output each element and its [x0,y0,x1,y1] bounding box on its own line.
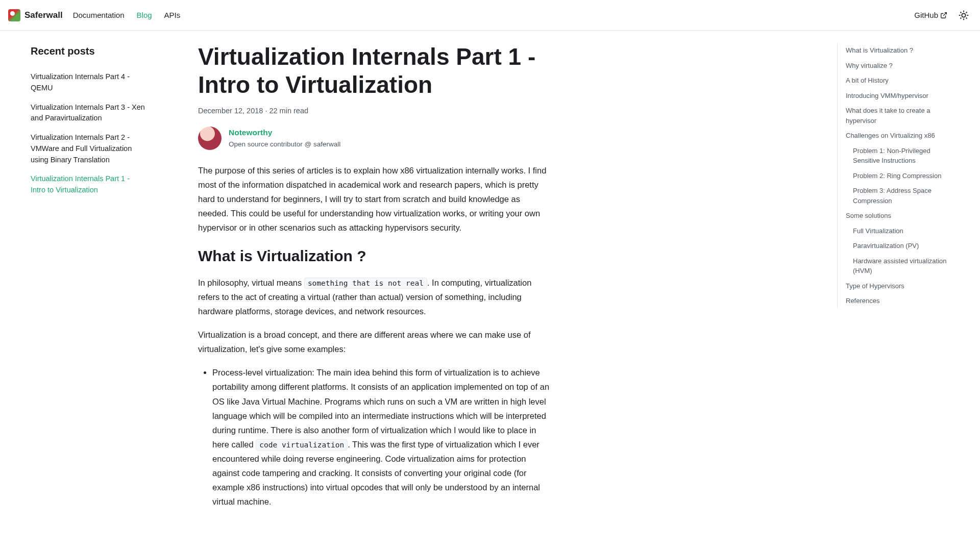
recent-posts-heading: Recent posts [31,43,145,59]
svg-line-9 [966,12,967,13]
svg-line-8 [960,17,961,18]
sun-icon [958,10,969,21]
sidebar-toc: What is Virtualization ? Why virtualize … [837,31,980,534]
nav-link-apis[interactable]: APIs [164,9,181,21]
article-main: Virtualization Internals Part 1 - Intro … [169,31,568,534]
toc-item[interactable]: What is Virtualization ? [846,43,949,58]
toc-item[interactable]: References [846,293,949,309]
toc-item[interactable]: Problem 1: Non-Privileged Sensitive Inst… [846,143,949,168]
paragraph: Virtualization is a broad concept, and t… [198,328,551,356]
recent-post-item[interactable]: Virtualization Internals Part 4 - QEMU [31,67,145,98]
author-block: Noteworthy Open source contributor @ saf… [198,127,551,150]
toc-item[interactable]: Hardware assisted virtualization (HVM) [846,254,949,279]
toc-item[interactable]: A bit of History [846,73,949,88]
svg-line-0 [943,12,946,15]
recent-post-item[interactable]: Virtualization Internals Part 2 - VMWare… [31,128,145,169]
theme-toggle-button[interactable] [955,7,972,23]
intro-paragraph: The purpose of this series of articles i… [198,163,551,235]
nav-link-blog[interactable]: Blog [137,9,152,21]
brand-name: Saferwall [24,8,63,22]
recent-post-item[interactable]: Virtualization Internals Part 3 - Xen an… [31,98,145,129]
toc-item[interactable]: Why virtualize ? [846,58,949,73]
brand[interactable]: Saferwall [8,8,63,22]
toc-item[interactable]: Problem 3: Address Space Compression [846,183,949,208]
navbar-left: Saferwall Documentation Blog APIs [8,8,180,22]
toc-item[interactable]: Challenges on Virtualizing x86 [846,128,949,143]
toc-item[interactable]: Some solutions [846,208,949,223]
github-label: GitHub [914,9,938,21]
inline-code: code virtualization [256,439,348,450]
list-item: Process-level virtualization: The main i… [212,365,551,508]
nav-link-documentation[interactable]: Documentation [73,9,125,21]
author-role: Open source contributor @ saferwall [229,139,340,150]
sidebar-recent-posts: Recent posts Virtualization Internals Pa… [0,31,153,534]
brand-logo-icon [8,9,20,21]
nav-links: Documentation Blog APIs [73,9,181,21]
recent-post-item[interactable]: Virtualization Internals Part 1 - Intro … [31,169,145,200]
toc-item[interactable]: Type of Hypervisors [846,279,949,294]
navbar-right: GitHub [914,7,972,23]
bullet-list: Process-level virtualization: The main i… [198,365,551,508]
toc-item[interactable]: Problem 2: Ring Compression [846,168,949,184]
external-link-icon [940,12,947,19]
toc-item[interactable]: Introducing VMM/hypervisor [846,88,949,104]
page-grid: Recent posts Virtualization Internals Pa… [0,31,980,534]
section-heading-what-is-virtualization: What is Virtualization ? [198,244,551,268]
svg-line-6 [960,12,961,13]
text: In philosophy, virtual means [198,278,304,287]
author-info: Noteworthy Open source contributor @ saf… [229,127,340,150]
navbar: Saferwall Documentation Blog APIs GitHub [0,0,980,31]
github-link[interactable]: GitHub [914,9,947,21]
toc-item[interactable]: Full Virtualization [846,223,949,239]
toc-item[interactable]: Paravirtualization (PV) [846,238,949,254]
recent-posts-list: Virtualization Internals Part 4 - QEMU V… [31,67,145,200]
author-avatar [198,127,222,150]
toc-item[interactable]: What does it take to create a hypervisor [846,103,949,128]
inline-code: something that is not real [304,278,427,289]
text: Process-level virtualization: The main i… [212,368,549,448]
author-name-link[interactable]: Noteworthy [229,127,340,139]
svg-point-1 [962,13,965,17]
table-of-contents: What is Virtualization ? Why virtualize … [837,43,949,309]
post-title: Virtualization Internals Part 1 - Intro … [198,43,551,99]
post-meta: December 12, 2018 · 22 min read [198,105,551,117]
paragraph: In philosophy, virtual means something t… [198,276,551,318]
svg-line-7 [966,17,967,18]
